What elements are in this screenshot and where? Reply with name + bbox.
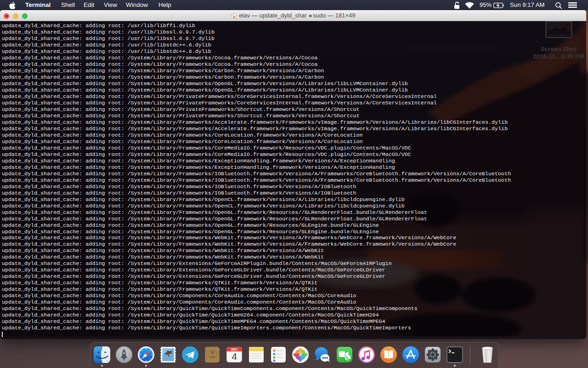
svg-text:4: 4 [232, 351, 237, 362]
svg-text:DEC: DEC [231, 348, 237, 351]
